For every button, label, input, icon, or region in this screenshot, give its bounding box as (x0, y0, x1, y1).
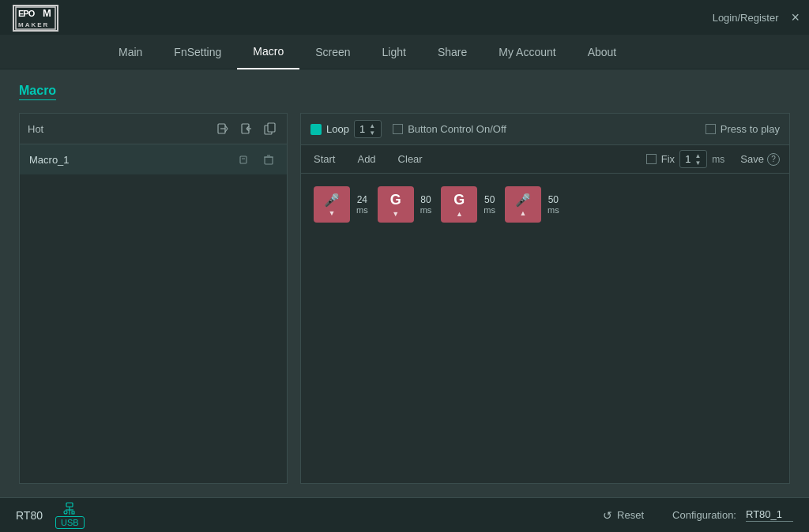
reset-label: Reset (617, 509, 644, 521)
macro-item-icons (236, 151, 277, 168)
navbar: Main FnSetting Macro Screen Light Share … (0, 35, 809, 69)
press-to-play-checkbox[interactable] (706, 124, 716, 134)
fix-spinbox[interactable]: 1 ▲ ▼ (679, 150, 707, 168)
press-to-play-label: Press to play (721, 123, 780, 135)
delay-val-4: 50 (548, 194, 559, 205)
svg-text:M: M (43, 7, 51, 19)
press-to-play-container: Press to play (706, 123, 780, 135)
key-delay-2: 80 ms (420, 194, 432, 215)
key-arrow-2: ▼ (392, 210, 399, 218)
right-panel: Loop 1 ▲ ▼ Button Control On/Off (300, 113, 790, 484)
usb-icon-area: USB (55, 502, 85, 529)
nav-light[interactable]: Light (367, 35, 422, 69)
title-bar: EPO M MAKER Login/Register × (0, 0, 809, 35)
fix-value: 1 (685, 153, 690, 165)
svg-rect-23 (72, 511, 74, 514)
device-name: RT80 (16, 509, 43, 522)
svg-rect-13 (268, 123, 275, 132)
loop-spinbox[interactable]: 1 ▲ ▼ (354, 120, 382, 138)
macro-sequence: 🎤 ▼ 24 ms G ▼ 80 ms (301, 174, 789, 483)
delay-unit-4: ms (547, 205, 559, 215)
svg-rect-14 (240, 156, 246, 163)
new-macro-button[interactable] (214, 120, 231, 137)
delay-unit-2: ms (420, 205, 432, 215)
macro-rename-button[interactable] (236, 151, 254, 168)
close-button[interactable]: × (791, 10, 800, 24)
config-value: RT80_1 (746, 508, 793, 522)
loop-spin-arrows: ▲ ▼ (368, 122, 376, 136)
macro-delete-button[interactable] (260, 151, 277, 168)
macro-layout: Hot (19, 113, 790, 484)
nav-about[interactable]: About (572, 35, 633, 69)
key-delay-3: 50 ms (484, 194, 495, 215)
loop-spin-up[interactable]: ▲ (368, 122, 376, 129)
action-bar: Start Add Clear Fix 1 ▲ ▼ ms (301, 145, 789, 174)
delay-val-3: 50 (484, 194, 495, 205)
svg-rect-16 (265, 157, 273, 164)
delay-val-2: 80 (420, 194, 431, 205)
bottom-bar: RT80 USB ↺ Reset Configuration: RT80_1 (0, 497, 809, 532)
fix-label: Fix (661, 153, 675, 165)
reset-button[interactable]: ↺ Reset (603, 509, 644, 522)
svg-rect-19 (66, 503, 73, 507)
key-block-3[interactable]: G ▲ (441, 186, 477, 223)
nav-main[interactable]: Main (103, 35, 158, 69)
fix-container: Fix 1 ▲ ▼ ms (646, 150, 725, 168)
nav-my-account[interactable]: My Account (483, 35, 571, 69)
main-content: Macro Hot (0, 69, 809, 497)
reset-icon: ↺ (603, 509, 612, 522)
key-icon-4: 🎤 (515, 193, 531, 208)
config-label: Configuration: (672, 509, 736, 521)
macro-item-name: Macro_1 (29, 154, 236, 166)
key-icon-2: G (390, 192, 401, 208)
key-block-2[interactable]: G ▼ (378, 186, 414, 223)
key-icon-1: 🎤 (324, 193, 340, 208)
clear-button[interactable]: Clear (395, 152, 426, 167)
loop-value: 1 (359, 123, 365, 135)
fix-spin-up[interactable]: ▲ (694, 152, 702, 159)
login-register-link[interactable]: Login/Register (713, 12, 779, 24)
help-icon[interactable]: ? (767, 153, 780, 166)
button-control-checkbox[interactable] (393, 124, 403, 134)
key-arrow-3: ▲ (456, 210, 463, 218)
copy-macro-button[interactable] (262, 120, 279, 137)
loop-container: Loop 1 ▲ ▼ (310, 120, 382, 138)
logo: EPO M MAKER (13, 5, 58, 32)
start-button[interactable]: Start (310, 152, 338, 167)
key-arrow-1: ▼ (329, 209, 336, 217)
nav-macro[interactable]: Macro (237, 35, 299, 69)
key-block-4[interactable]: 🎤 ▲ (505, 186, 541, 223)
key-block-1[interactable]: 🎤 ▼ (314, 186, 350, 223)
fix-checkbox[interactable] (646, 154, 657, 164)
fix-spin-arrows: ▲ ▼ (694, 152, 702, 166)
svg-text:EPO: EPO (18, 9, 36, 18)
loop-checkbox[interactable] (310, 124, 322, 135)
svg-point-22 (64, 511, 67, 514)
key-group-2: G ▼ 80 ms (378, 186, 432, 223)
key-group-3: G ▲ 50 ms (441, 186, 495, 223)
hot-label: Hot (28, 123, 208, 135)
nav-screen[interactable]: Screen (299, 35, 366, 69)
page-title: Macro (19, 84, 56, 100)
button-control-container: Button Control On/Off (393, 123, 506, 135)
save-button[interactable]: Save (740, 153, 764, 165)
key-delay-1: 24 ms (356, 194, 368, 215)
button-control-label: Button Control On/Off (408, 123, 506, 135)
key-delay-4: 50 ms (547, 194, 559, 215)
loop-label: Loop (326, 123, 349, 135)
add-button[interactable]: Add (354, 152, 378, 167)
right-panel-top: Loop 1 ▲ ▼ Button Control On/Off (301, 114, 789, 145)
loop-spin-down[interactable]: ▼ (368, 129, 376, 136)
fix-spin-down[interactable]: ▼ (694, 159, 702, 166)
delay-val-1: 24 (357, 194, 367, 205)
nav-fnsetting[interactable]: FnSetting (158, 35, 237, 69)
fix-ms-label: ms (712, 154, 724, 165)
svg-text:MAKER: MAKER (18, 21, 49, 28)
key-group-1: 🎤 ▼ 24 ms (314, 186, 368, 223)
delay-unit-1: ms (356, 205, 368, 215)
save-container: Save ? (740, 153, 780, 166)
macro-item[interactable]: Macro_1 (20, 144, 287, 174)
import-macro-button[interactable] (238, 120, 255, 137)
nav-share[interactable]: Share (422, 35, 483, 69)
macro-list: Macro_1 (20, 144, 287, 483)
